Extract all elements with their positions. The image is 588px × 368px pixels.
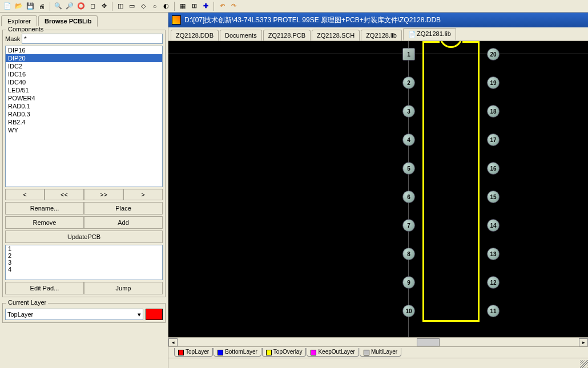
- pad-list-item[interactable]: 4: [6, 266, 162, 273]
- pad[interactable]: 20: [487, 48, 500, 60]
- zoom-fit-icon[interactable]: ⭕: [76, 1, 86, 11]
- layer-tab[interactable]: KeepOutLayer: [307, 348, 359, 356]
- component-item[interactable]: RAD0.3: [6, 110, 162, 118]
- doc-tab[interactable]: ZQ2128.lib: [361, 30, 402, 41]
- pad[interactable]: 7: [402, 219, 415, 232]
- pad[interactable]: 4: [402, 134, 415, 146]
- editor-panel: D:\[07]技术创新\43-74LS373 PROTEL 99SE 原理图+P…: [168, 13, 588, 368]
- layer-select[interactable]: TopLayer ▾: [5, 309, 143, 320]
- nav-first-button[interactable]: <: [5, 189, 45, 200]
- grid-icon[interactable]: ▦: [178, 1, 188, 11]
- app-icon: [172, 15, 181, 25]
- pad[interactable]: 19: [487, 76, 500, 89]
- pcb-canvas[interactable]: 1234567891020191817161514131211: [168, 41, 588, 337]
- tool-e-icon[interactable]: ◐: [161, 1, 171, 11]
- plus-icon[interactable]: ✚: [200, 1, 211, 11]
- redo-icon[interactable]: ↷: [228, 1, 239, 11]
- pad[interactable]: 10: [402, 305, 415, 317]
- jump-button[interactable]: Jump: [84, 282, 163, 294]
- pad[interactable]: 2: [402, 76, 415, 89]
- doc-tab[interactable]: Documents: [220, 30, 262, 41]
- tab-browse-pcblib[interactable]: Browse PCBLib: [38, 15, 98, 27]
- new-icon[interactable]: 📄: [2, 1, 13, 11]
- zoom-window-icon[interactable]: ◻: [87, 1, 98, 11]
- component-item[interactable]: POWER4: [6, 94, 162, 102]
- pad[interactable]: 15: [487, 191, 500, 203]
- add-button[interactable]: Add: [84, 216, 163, 229]
- components-list[interactable]: DIP16DIP20IDC2IDC16IDC40LED/51POWER4RAD0…: [5, 46, 163, 187]
- open-icon[interactable]: 📂: [14, 1, 24, 11]
- scroll-right-icon[interactable]: ▸: [579, 338, 588, 346]
- component-item[interactable]: IDC16: [6, 70, 162, 78]
- tool-c-icon[interactable]: ◇: [138, 1, 148, 11]
- layer-tab[interactable]: TopLayer: [174, 348, 213, 356]
- doc-tab[interactable]: ZQ2128.SCH: [312, 30, 360, 41]
- scroll-thumb[interactable]: [417, 338, 440, 346]
- component-item[interactable]: RB2.4: [6, 118, 162, 126]
- nav-prev-button[interactable]: <<: [45, 189, 84, 200]
- pad[interactable]: 6: [402, 191, 415, 203]
- tool-d-icon[interactable]: ○: [150, 1, 160, 11]
- pad[interactable]: 18: [487, 105, 500, 118]
- doc-tab-label: ZQ2128.DDB: [176, 32, 214, 39]
- layer-tab[interactable]: MultiLayer: [360, 348, 401, 356]
- pad[interactable]: 16: [487, 162, 500, 175]
- horizontal-scrollbar[interactable]: ◂ ▸: [168, 337, 588, 346]
- component-item[interactable]: WY: [6, 126, 162, 134]
- pad[interactable]: 14: [487, 219, 500, 232]
- snap-icon[interactable]: ⊞: [189, 1, 199, 11]
- pad[interactable]: 5: [402, 162, 415, 175]
- nav-next-button[interactable]: >>: [84, 189, 123, 200]
- edit-pad-button[interactable]: Edit Pad...: [5, 282, 84, 294]
- layer-select-value: TopLayer: [7, 311, 33, 318]
- pad[interactable]: 12: [487, 276, 500, 289]
- doc-tab[interactable]: ZQ2128.DDB: [171, 30, 219, 41]
- zoom-out-icon[interactable]: 🔎: [65, 1, 75, 11]
- component-item[interactable]: DIP16: [6, 46, 162, 54]
- dip-outline: [422, 41, 480, 322]
- nav-last-button[interactable]: >: [123, 189, 163, 200]
- component-item[interactable]: DIP20: [6, 54, 162, 62]
- doc-tab-label: ZQ2128.PCB: [268, 32, 305, 39]
- layer-color-swatch[interactable]: [146, 309, 163, 320]
- place-button[interactable]: Place: [84, 202, 163, 215]
- window-titlebar: D:\[07]技术创新\43-74LS373 PROTEL 99SE 原理图+P…: [168, 13, 588, 27]
- doc-tab[interactable]: ZQ2128.PCB: [263, 30, 311, 41]
- layer-tab[interactable]: TopOverlay: [262, 348, 307, 356]
- save-icon[interactable]: 💾: [25, 1, 35, 11]
- pad-list[interactable]: 1234: [5, 245, 163, 280]
- rename-button[interactable]: Rename...: [5, 202, 84, 215]
- pad[interactable]: 13: [487, 248, 500, 260]
- update-pcb-button[interactable]: UpdatePCB: [5, 230, 163, 243]
- component-item[interactable]: RAD0.1: [6, 102, 162, 110]
- component-item[interactable]: IDC40: [6, 78, 162, 86]
- pad[interactable]: 9: [402, 276, 415, 289]
- pan-icon[interactable]: ✥: [99, 1, 109, 11]
- component-item[interactable]: IDC2: [6, 62, 162, 70]
- pad[interactable]: 11: [487, 305, 500, 317]
- pad-list-item[interactable]: 1: [6, 245, 162, 252]
- mask-input[interactable]: [22, 34, 163, 44]
- pad[interactable]: 3: [402, 105, 415, 118]
- scroll-left-icon[interactable]: ◂: [168, 338, 178, 346]
- pad[interactable]: 17: [487, 134, 500, 146]
- tool-a-icon[interactable]: ◫: [115, 1, 126, 11]
- print-icon[interactable]: 🖨: [37, 1, 47, 11]
- undo-icon[interactable]: ↶: [217, 1, 227, 11]
- layer-tabs: TopLayerBottomLayerTopOverlayKeepOutLaye…: [168, 346, 588, 358]
- pad-list-item[interactable]: 3: [6, 259, 162, 266]
- tab-explorer[interactable]: Explorer: [1, 15, 37, 26]
- tool-b-icon[interactable]: ▭: [127, 1, 137, 11]
- doc-tab-label: ZQ21281.lib: [417, 30, 451, 37]
- remove-button[interactable]: Remove: [5, 216, 84, 229]
- doc-tab[interactable]: 📄ZQ21281.lib: [403, 28, 456, 41]
- pad[interactable]: 1: [402, 48, 415, 60]
- doc-tab-label: Documents: [225, 32, 257, 39]
- pad-list-item[interactable]: 2: [6, 252, 162, 259]
- component-item[interactable]: LED/51: [6, 86, 162, 94]
- layer-tab[interactable]: BottomLayer: [214, 348, 261, 356]
- pad[interactable]: 8: [402, 248, 415, 260]
- status-bar: [168, 358, 588, 368]
- resize-grip[interactable]: [580, 360, 588, 368]
- zoom-in-icon[interactable]: 🔍: [53, 1, 63, 11]
